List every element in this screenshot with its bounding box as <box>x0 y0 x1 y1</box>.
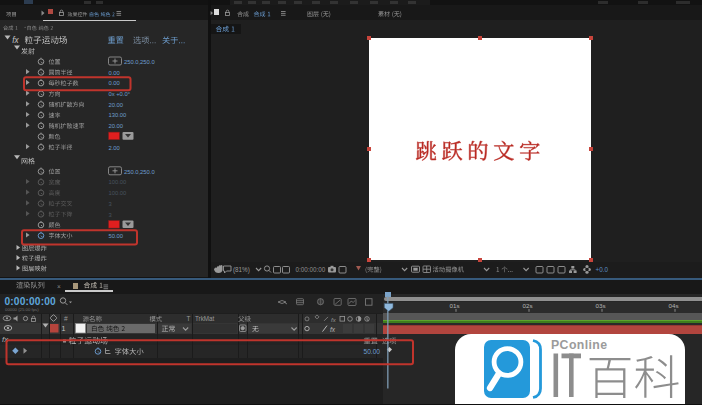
svg-text:0:00:00:00: 0:00:00:00 <box>296 266 326 273</box>
svg-text:T: T <box>187 315 191 322</box>
svg-text:3: 3 <box>109 212 112 218</box>
svg-text:100.00: 100.00 <box>109 190 127 196</box>
svg-text:(81%): (81%) <box>233 266 250 274</box>
svg-text:50.00: 50.00 <box>364 348 381 355</box>
svg-text:fx: fx <box>330 326 336 333</box>
svg-text:02s: 02s <box>523 302 533 309</box>
svg-text:2.00: 2.00 <box>109 145 120 151</box>
svg-text:01s: 01s <box>450 302 460 309</box>
svg-text:0x +0.0°: 0x +0.0° <box>109 91 131 97</box>
svg-text:TrkMat: TrkMat <box>195 315 215 322</box>
svg-text:04s: 04s <box>669 302 679 309</box>
svg-text:1: 1 <box>62 325 66 332</box>
svg-text:250.0,250.0: 250.0,250.0 <box>124 59 155 65</box>
svg-text:0:00:00:00: 0:00:00:00 <box>5 296 57 307</box>
svg-text:0.00: 0.00 <box>109 80 120 86</box>
svg-text:20.00: 20.00 <box>109 123 124 129</box>
svg-text:130.00: 130.00 <box>109 112 127 118</box>
svg-text:#: # <box>64 315 68 322</box>
svg-text:×: × <box>57 283 61 290</box>
svg-text:00000 (25.00 fps): 00000 (25.00 fps) <box>5 307 39 312</box>
svg-text:fx: fx <box>331 317 337 323</box>
svg-text:3: 3 <box>109 201 112 207</box>
svg-text:100.00: 100.00 <box>109 179 127 185</box>
svg-text:fx: fx <box>12 36 19 45</box>
svg-text:+0.0: +0.0 <box>596 266 609 273</box>
svg-text:PConline: PConline <box>551 338 608 352</box>
svg-text:20.00: 20.00 <box>109 102 124 108</box>
svg-text:03s: 03s <box>596 302 606 309</box>
svg-text:0.00: 0.00 <box>109 70 120 76</box>
svg-text:250.0,250.0: 250.0,250.0 <box>124 169 155 175</box>
svg-text:50.00: 50.00 <box>109 233 124 239</box>
